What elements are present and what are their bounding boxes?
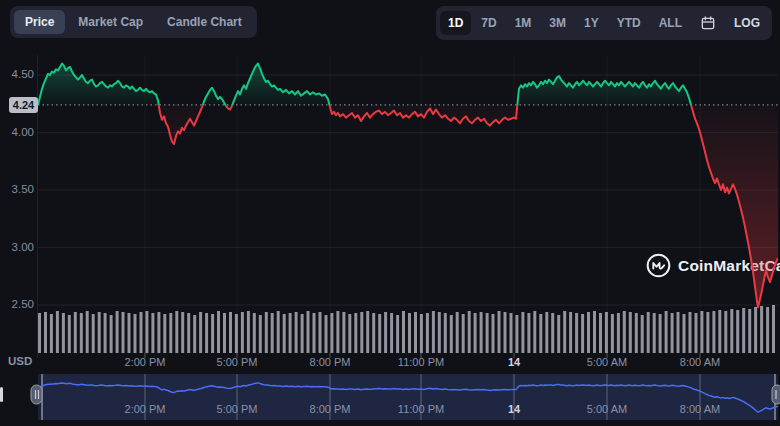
- range-3m[interactable]: 3M: [541, 11, 574, 35]
- y-axis-label: 2.50: [4, 298, 34, 310]
- y-axis-label: 3.50: [4, 183, 34, 195]
- x-axis-label: 5:00 AM: [587, 356, 627, 368]
- navigator-left-handle[interactable]: [31, 385, 42, 404]
- range-1d[interactable]: 1D: [440, 11, 471, 35]
- navigator-axis-label: 5:00 AM: [587, 403, 627, 415]
- range-all[interactable]: ALL: [651, 11, 690, 35]
- range-7d[interactable]: 7D: [473, 11, 504, 35]
- x-axis-label: 5:00 PM: [217, 356, 258, 368]
- chart-type-tabs: PriceMarket CapCandle Chart: [10, 6, 257, 38]
- x-axis-label: 8:00 AM: [680, 356, 720, 368]
- navigator-axis-label: 8:00 AM: [680, 403, 720, 415]
- navigator-edge-marker: [0, 387, 3, 402]
- y-axis-label: 4.00: [4, 126, 34, 138]
- tab-price[interactable]: Price: [14, 10, 65, 34]
- navigator-axis-label: 2:00 PM: [125, 403, 166, 415]
- calendar-button[interactable]: [692, 10, 724, 36]
- currency-unit-label: USD: [8, 355, 32, 367]
- navigator-axis-label: 8:00 PM: [310, 403, 351, 415]
- navigator-axis-label: 5:00 PM: [217, 403, 258, 415]
- volume-bars: [38, 305, 775, 353]
- y-axis-label: 3.00: [4, 241, 34, 253]
- range-1m[interactable]: 1M: [507, 11, 540, 35]
- coinmarketcap-chart-widget: CoinMarketCap PriceMarket CapCandle Char…: [0, 0, 780, 426]
- tab-candle-chart[interactable]: Candle Chart: [156, 10, 253, 34]
- range-1y[interactable]: 1Y: [576, 11, 607, 35]
- y-axis-label: 4.50: [4, 68, 34, 80]
- range-ytd[interactable]: YTD: [609, 11, 649, 35]
- tab-market-cap[interactable]: Market Cap: [67, 10, 154, 34]
- navigator[interactable]: [0, 374, 780, 420]
- navigator-axis-label: 14: [508, 403, 520, 415]
- calendar-icon: [700, 15, 716, 31]
- price-chart[interactable]: [0, 0, 780, 426]
- area-above-baseline: [38, 64, 778, 308]
- current-price-badge: 4.24: [9, 97, 38, 113]
- navigator-right-handle[interactable]: [772, 385, 780, 404]
- range-tabs: 1D7D1M3M1YYTDALLLOG: [436, 6, 772, 40]
- x-axis-label: 14: [508, 356, 520, 368]
- log-scale-button[interactable]: LOG: [726, 11, 768, 35]
- x-axis-label: 2:00 PM: [125, 356, 166, 368]
- navigator-axis-label: 11:00 PM: [398, 403, 444, 415]
- x-axis-label: 8:00 PM: [310, 356, 351, 368]
- x-axis-label: 11:00 PM: [398, 356, 444, 368]
